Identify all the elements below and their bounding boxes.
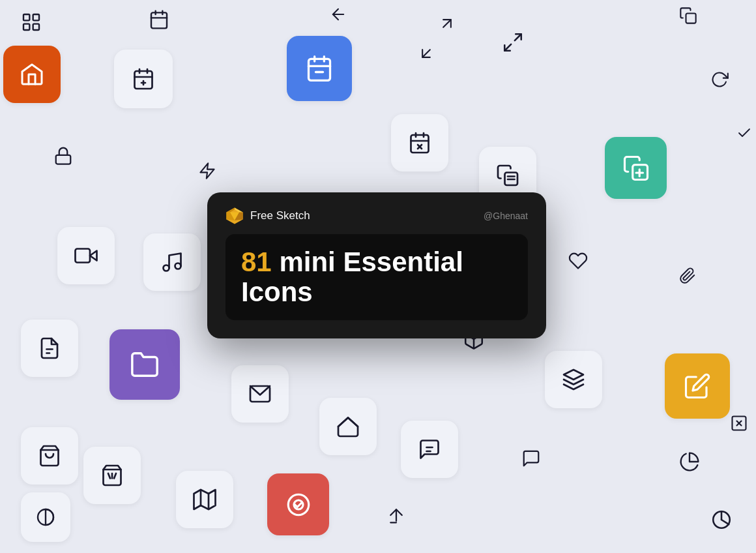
copy-icon	[679, 7, 697, 25]
sketch-gem-icon	[225, 207, 244, 225]
arrow-text-icon	[386, 505, 406, 525]
svg-rect-53	[686, 14, 696, 23]
x-square-icon	[730, 414, 748, 432]
heart-icon	[568, 251, 588, 271]
bolt-icon	[198, 162, 216, 180]
card-handle: @Ghenaat	[484, 211, 528, 221]
svg-rect-43	[33, 24, 39, 30]
grid-icon	[21, 12, 42, 33]
card-title: Free Sketch	[250, 209, 310, 222]
card-number: 81	[241, 247, 272, 277]
card-header-left: Free Sketch	[225, 207, 310, 225]
pie-alt-icon	[710, 509, 733, 531]
svg-marker-55	[201, 163, 214, 178]
check-icon	[736, 125, 752, 141]
pie-chart-icon	[679, 451, 700, 472]
card-header: Free Sketch @Ghenaat	[225, 207, 528, 225]
expand-icon	[502, 31, 524, 53]
main-card: Free Sketch @Ghenaat 81 mini Essential I…	[207, 192, 546, 338]
arrow-left-icon	[329, 5, 347, 23]
svg-line-50	[422, 50, 430, 57]
paperclip-icon	[679, 267, 696, 284]
svg-rect-41	[33, 14, 39, 20]
lock-icon	[53, 146, 73, 166]
svg-rect-44	[151, 12, 167, 28]
chat-bubble-icon	[521, 449, 541, 468]
svg-line-52	[504, 44, 511, 51]
refresh-icon	[710, 70, 729, 89]
card-body: 81 mini Essential Icons	[225, 234, 528, 320]
svg-rect-42	[23, 24, 29, 30]
arrow-outward-icon	[438, 14, 456, 33]
card-description: mini Essential Icons	[241, 247, 463, 307]
svg-line-49	[443, 20, 451, 27]
svg-rect-40	[23, 14, 29, 20]
card-headline: 81 mini Essential Icons	[241, 247, 512, 307]
svg-line-51	[515, 34, 521, 40]
svg-rect-54	[56, 155, 71, 164]
arrow-inward-icon	[417, 44, 435, 63]
calendar-icon	[149, 9, 169, 30]
